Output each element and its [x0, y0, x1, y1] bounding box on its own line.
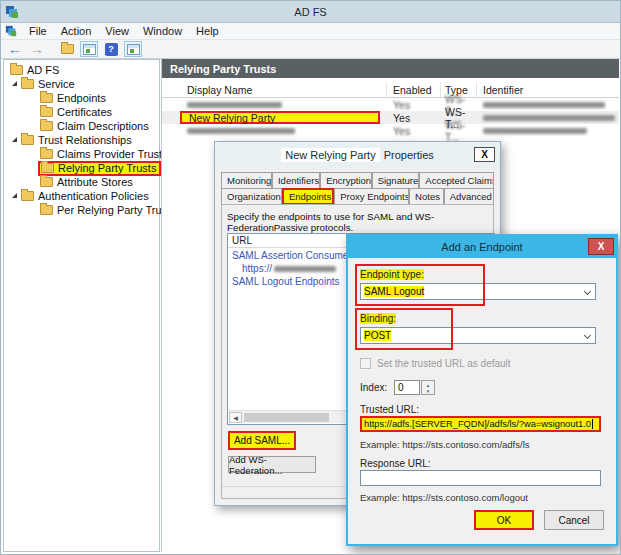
enabled-value: Yes — [393, 125, 410, 137]
properties-title-name: New Relying Party — [281, 148, 379, 162]
menu-action[interactable]: Action — [54, 23, 99, 39]
tree-item-endpoints[interactable]: Endpoints — [4, 91, 159, 105]
tab-row-2: Organization Endpoints Proxy Endpoints N… — [221, 188, 494, 205]
annotation-highlight: Relying Party Trusts — [38, 161, 161, 176]
redacted-identifier — [483, 102, 605, 108]
tree-item-claims-provider-trusts[interactable]: Claims Provider Trusts — [4, 147, 159, 161]
add-endpoint-titlebar: Add an Endpoint X — [348, 236, 616, 258]
tab-advanced[interactable]: Advanced — [444, 188, 494, 205]
export-list-icon[interactable] — [58, 41, 76, 57]
add-endpoint-dialog: Add an Endpoint X Endpoint type: SAML Lo… — [346, 234, 618, 546]
tree-item-relying-party-trusts[interactable]: Relying Party Trusts — [4, 161, 159, 175]
cancel-button[interactable]: Cancel — [544, 510, 604, 530]
tree-label: Certificates — [57, 106, 112, 118]
close-icon[interactable]: X — [588, 238, 614, 255]
table-row-selected[interactable]: New Relying Party Yes WS-T... — [162, 111, 619, 124]
menu-view[interactable]: View — [98, 23, 136, 39]
tab-notes[interactable]: Notes — [409, 188, 444, 205]
tree-label: Claim Descriptions — [57, 120, 149, 132]
table-header-row: Display Name Enabled Type Identifier — [162, 82, 619, 98]
tab-accepted-claims[interactable]: Accepted Claims — [419, 172, 494, 189]
tree-item-attribute-stores[interactable]: Attribute Stores — [4, 175, 159, 189]
show-console-tree-icon[interactable] — [80, 41, 98, 57]
tab-endpoints[interactable]: Endpoints — [282, 188, 334, 205]
properties-title-suffix: Properties — [384, 149, 434, 161]
tab-encryption[interactable]: Encryption — [320, 172, 371, 189]
folder-icon — [40, 177, 53, 187]
trusted-url-input[interactable]: https://adfs.[SERVER_FQDN]/adfs/ls/?wa=w… — [360, 416, 601, 432]
redacted-url — [274, 266, 336, 272]
menu-window[interactable]: Window — [136, 23, 189, 39]
chevron-down-icon — [584, 332, 591, 339]
tree-label: Claims Provider Trusts — [57, 148, 168, 160]
tree-item-claim-descriptions[interactable]: Claim Descriptions — [4, 119, 159, 133]
table-row[interactable]: Yes WS-T... — [162, 124, 619, 137]
tree-item-adfs[interactable]: AD FS — [4, 63, 159, 77]
menu-bar: File Action View Window Help — [1, 23, 620, 40]
add-ws-federation-button[interactable]: Add WS-Federation... — [228, 456, 316, 473]
tab-monitoring[interactable]: Monitoring — [221, 172, 272, 189]
trusted-url-label: Trusted URL: — [360, 404, 419, 415]
question-glyph: ? — [105, 43, 118, 56]
endpoint-type-value: SAML Logout — [364, 286, 424, 297]
folder-icon — [21, 135, 34, 145]
column-header-enabled[interactable]: Enabled — [387, 82, 441, 97]
mmc-app-icon-small — [5, 25, 17, 37]
index-stepper[interactable]: ▴▾ — [421, 380, 435, 395]
properties-dialog-titlebar: New Relying Party Properties X — [215, 142, 500, 168]
window-glyph — [83, 44, 96, 55]
results-pane-header: Relying Party Trusts — [162, 59, 619, 78]
index-input[interactable]: 0 — [394, 380, 420, 395]
expander-icon[interactable] — [12, 81, 17, 86]
window-glyph — [127, 44, 140, 55]
new-window-icon[interactable] — [124, 41, 142, 57]
tree-item-authentication-policies[interactable]: Authentication Policies — [4, 189, 159, 203]
toolbar: ← → ? — [1, 40, 620, 59]
tree-label: Trust Relationships — [38, 134, 132, 146]
back-arrow-glyph: ← — [8, 42, 22, 56]
folder-icon — [40, 149, 53, 159]
expander-icon[interactable] — [12, 193, 17, 198]
ok-button[interactable]: OK — [474, 510, 534, 530]
help-icon[interactable]: ? — [102, 41, 120, 57]
response-url-input[interactable] — [360, 470, 601, 486]
tab-identifiers[interactable]: Identifiers — [272, 172, 320, 189]
folder-icon — [21, 191, 34, 201]
expander-icon[interactable] — [12, 137, 17, 142]
tree-item-trust-relationships[interactable]: Trust Relationships — [4, 133, 159, 147]
endpoints-description: Specify the endpoints to use for SAML an… — [227, 211, 488, 233]
type-value: WS-T... — [445, 119, 477, 143]
column-header-identifier[interactable]: Identifier — [477, 82, 619, 97]
adfs-management-window: AD FS File Action View Window Help ← → ?… — [0, 0, 621, 555]
folder-icon — [40, 205, 53, 215]
tree-label: Attribute Stores — [57, 176, 133, 188]
tab-signature[interactable]: Signature — [372, 172, 420, 189]
folder-icon — [21, 79, 34, 89]
relying-party-trusts-table: Display Name Enabled Type Identifier Yes… — [162, 82, 619, 137]
forward-arrow-glyph: → — [30, 42, 44, 56]
folder-icon — [40, 121, 53, 131]
tree-item-service[interactable]: Service — [4, 77, 159, 91]
spin-down-icon[interactable]: ▾ — [427, 388, 430, 394]
tree-item-certificates[interactable]: Certificates — [4, 105, 159, 119]
forward-icon[interactable]: → — [28, 41, 46, 57]
scrollbar-thumb[interactable] — [244, 413, 329, 422]
endpoint-type-select[interactable]: SAML Logout — [360, 283, 596, 300]
tree-item-per-relying-party-trust[interactable]: Per Relying Party Trust — [4, 203, 159, 217]
window-title: AD FS — [1, 6, 620, 18]
column-header-display-name[interactable]: Display Name — [162, 82, 387, 97]
tree-label: AD FS — [27, 64, 59, 76]
default-url-checkbox[interactable] — [360, 358, 371, 369]
close-icon[interactable]: X — [474, 147, 495, 162]
menu-help[interactable]: Help — [189, 23, 226, 39]
tab-organization[interactable]: Organization — [221, 188, 282, 205]
table-row[interactable]: Yes WS-T... — [162, 98, 619, 111]
menu-file[interactable]: File — [22, 23, 54, 39]
scroll-left-icon[interactable]: ◀ — [229, 412, 242, 423]
tab-proxy-endpoints[interactable]: Proxy Endpoints — [334, 188, 409, 205]
add-saml-button[interactable]: Add SAML... — [228, 431, 296, 450]
tree-label: Endpoints — [57, 92, 106, 104]
binding-select[interactable]: POST — [360, 327, 596, 344]
tree-label: Per Relying Party Trust — [57, 204, 170, 216]
back-icon[interactable]: ← — [6, 41, 24, 57]
